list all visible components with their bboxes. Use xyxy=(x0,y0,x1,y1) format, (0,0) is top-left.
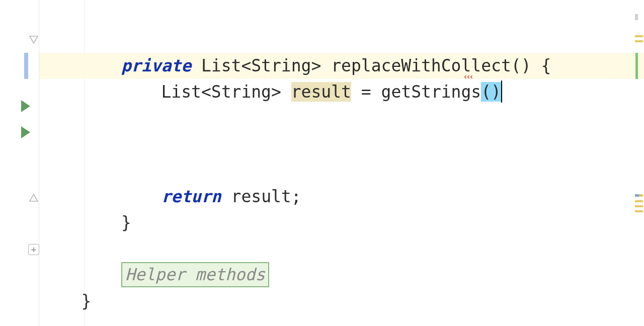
code-editor[interactable]: private List<String> replaceWithCollect(… xyxy=(39,0,644,326)
text-cursor xyxy=(501,80,502,103)
current-line-gutter-highlight xyxy=(24,53,28,79)
brace: } xyxy=(81,291,91,311)
code-line[interactable]: private List<String> replaceWithCollect(… xyxy=(39,27,644,53)
folded-region[interactable]: Helper methods xyxy=(39,236,644,262)
marker-warning[interactable] xyxy=(635,210,643,212)
marker-warning[interactable] xyxy=(635,200,643,202)
method-call: getStrings xyxy=(381,82,481,102)
marker-mixed[interactable] xyxy=(635,194,643,197)
indent xyxy=(81,82,161,102)
marker-info[interactable] xyxy=(635,14,638,20)
run-icon[interactable] xyxy=(21,126,30,138)
marker-warning[interactable] xyxy=(635,40,643,42)
error-squiggle xyxy=(464,75,473,78)
marker-warning[interactable] xyxy=(635,35,643,37)
error-stripe[interactable] xyxy=(634,0,644,326)
code-line[interactable]: } xyxy=(39,262,644,288)
code-line[interactable]: } xyxy=(39,184,644,210)
brace: } xyxy=(121,213,131,232)
code-line[interactable]: return result; xyxy=(39,157,644,184)
code-text: = xyxy=(351,82,381,102)
expand-plus-icon[interactable]: + xyxy=(28,244,39,255)
indent xyxy=(81,213,121,232)
code-text: List<String> xyxy=(161,82,291,102)
fold-collapse-icon[interactable] xyxy=(28,34,40,46)
matched-parens: () xyxy=(481,82,501,102)
fold-collapse-end-icon[interactable] xyxy=(28,191,40,203)
marker-change[interactable] xyxy=(635,53,638,79)
run-icon[interactable] xyxy=(21,100,30,112)
marker-warning[interactable] xyxy=(635,205,643,207)
editor-gutter: + xyxy=(0,0,39,326)
highlighted-identifier: result xyxy=(291,82,351,102)
code-line-current[interactable]: List<String> result = getStrings() xyxy=(39,53,644,79)
